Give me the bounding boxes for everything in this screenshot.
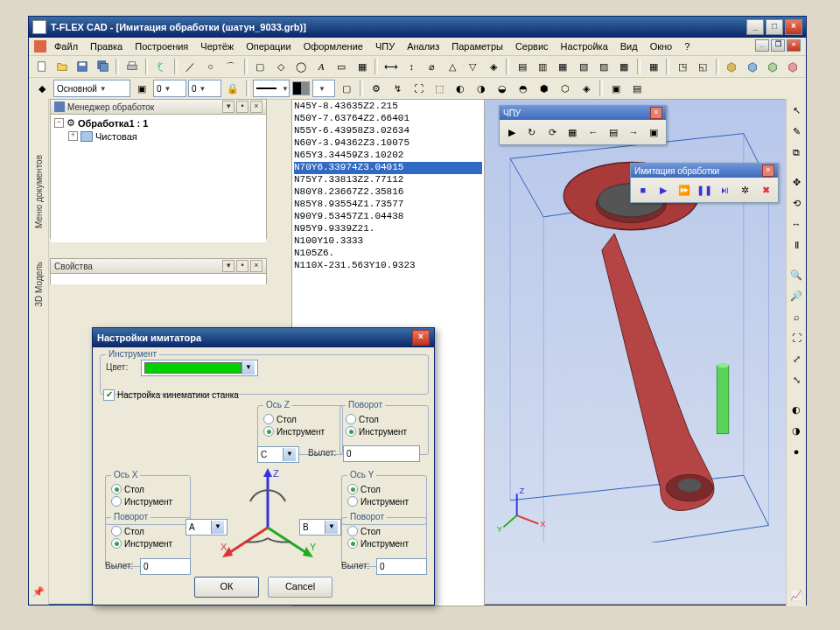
cnc-tool-icon[interactable]: ⬚ [430, 79, 449, 98]
dialog-close-button[interactable]: × [412, 330, 430, 346]
cnc-tool-icon[interactable]: ⬡ [556, 79, 575, 98]
cnc-tool-icon[interactable]: ▣ [606, 79, 626, 98]
nc-line[interactable]: N110X-231.563Y10.9323 [294, 260, 482, 272]
menu-service[interactable]: Сервис [511, 40, 553, 52]
menu-help[interactable]: ? [680, 40, 694, 52]
kinematics-checkbox[interactable]: ✔Настройка кинематики станка [103, 389, 239, 401]
layer-icon[interactable]: ◆ [32, 79, 52, 98]
tool-icon[interactable]: ▧ [574, 57, 592, 76]
cnc-tool-icon[interactable]: ⛶ [409, 79, 428, 98]
pointer-icon[interactable]: ↖ [787, 101, 806, 120]
operations-tree[interactable]: − ⚙ Обработка1 : 1 + Чистовая [51, 115, 266, 242]
tab-3d-model[interactable]: 3D Модель [34, 258, 44, 310]
nc-line[interactable]: N105Z6. [294, 248, 482, 260]
menu-view[interactable]: Вид [616, 40, 642, 52]
text-icon[interactable]: A [312, 57, 331, 76]
pencil-icon[interactable]: ✎ [787, 122, 806, 141]
radio-x-stol[interactable]: Стол [111, 483, 185, 495]
panel-close-icon[interactable]: × [250, 260, 262, 272]
cnc-btn-icon[interactable]: ▣ [645, 122, 663, 142]
layer-props-icon[interactable]: ▣ [132, 79, 151, 98]
nc-line[interactable]: N60Y-3.94362Z3.10075 [294, 137, 482, 150]
zoom-in-icon[interactable]: 🔍 [787, 265, 806, 284]
tree-expander[interactable]: − [54, 118, 64, 128]
tab-documents[interactable]: Меню документов [34, 151, 44, 232]
level-input-2[interactable]: 0▼ [188, 80, 221, 97]
tool-icon[interactable]: Ⅱ [787, 235, 806, 255]
zoom-window-icon[interactable]: ⌕ [787, 307, 806, 326]
minimize-button[interactable]: _ [746, 19, 764, 35]
lineweight-combo[interactable]: ▼ [312, 80, 335, 97]
vylet-y-input[interactable] [376, 558, 427, 575]
pause-icon[interactable]: ❚❚ [695, 180, 713, 200]
render-icon[interactable]: ● [787, 442, 806, 461]
cancel-button[interactable]: Cancel [268, 577, 332, 598]
nc-line[interactable]: N85Y8.93554Z1.73577 [294, 199, 482, 211]
render-icon[interactable]: ◑ [787, 421, 806, 440]
cube-icon[interactable] [763, 57, 781, 76]
tool-icon[interactable]: ▽ [464, 57, 482, 76]
panel-close-icon[interactable]: × [250, 101, 262, 113]
cnc-btn-icon[interactable]: ▦ [564, 122, 582, 142]
nc-line[interactable]: N45Y-8.43635Z2.215 [294, 101, 482, 113]
nc-line[interactable]: N80Y8.23667Z2.35816 [294, 186, 482, 199]
tool-icon[interactable]: ▭ [332, 57, 351, 76]
cnc-float-title[interactable]: ЧПУ× [500, 106, 666, 120]
zoom-icon[interactable]: ⤢ [787, 349, 806, 368]
menu-design[interactable]: Оформление [299, 40, 368, 52]
zoom-fit-icon[interactable]: ⛶ [787, 328, 806, 347]
cnc-btn-icon[interactable]: ▶ [502, 122, 521, 142]
tool-icon[interactable]: ◈ [484, 57, 502, 76]
cnc-tool-icon[interactable]: ▤ [627, 79, 647, 98]
pin-icon[interactable]: 📌 [29, 582, 48, 601]
magnet-icon[interactable]: ⧉ [787, 143, 806, 162]
stop-icon[interactable]: ■ [634, 180, 652, 200]
menu-params[interactable]: Параметры [447, 40, 508, 52]
print-icon[interactable] [122, 57, 141, 76]
mdi-restore-button[interactable]: ❐ [771, 39, 785, 52]
panel-pin-icon[interactable]: • [236, 260, 248, 272]
tool-icon[interactable]: ◯ [291, 57, 310, 76]
tool-icon[interactable]: ⌀ [423, 57, 441, 76]
tool-icon[interactable]: ▢ [337, 79, 356, 98]
maximize-button[interactable]: □ [766, 19, 783, 35]
color-combo[interactable]: ▼ [141, 360, 258, 376]
cnc-btn-icon[interactable]: ▤ [604, 122, 622, 142]
lock-icon[interactable]: 🔒 [223, 79, 242, 98]
tool-icon[interactable]: ▩ [615, 57, 634, 76]
nc-line[interactable]: N90Y9.53457Z1.04438 [294, 211, 482, 223]
radio-rot-instr[interactable]: Инструмент [346, 425, 423, 438]
level-input[interactable]: 0▼ [153, 80, 186, 97]
menu-cnc[interactable]: ЧПУ [371, 40, 399, 52]
tool-icon[interactable]: ▨ [594, 57, 612, 76]
sim-float-title[interactable]: Имитация обработки× [631, 164, 778, 178]
nc-line[interactable]: N75Y7.33813Z2.77112 [294, 174, 482, 186]
cnc-tool-icon[interactable]: ◈ [577, 79, 596, 98]
cnc-tool-icon[interactable]: ⬢ [535, 79, 554, 98]
radio-rotx-instr[interactable]: Инструмент [111, 537, 185, 550]
cnc-tool-icon[interactable]: ◑ [472, 79, 491, 98]
zoom-icon[interactable]: ⤡ [787, 370, 806, 389]
save-all-icon[interactable] [94, 57, 112, 76]
radio-rot-stol[interactable]: Стол [346, 413, 423, 425]
new-icon[interactable] [32, 57, 51, 76]
color-icon[interactable] [291, 79, 311, 98]
menu-analysis[interactable]: Анализ [402, 40, 444, 52]
close-icon[interactable]: × [650, 107, 662, 119]
radio-roty-stol[interactable]: Стол [347, 525, 421, 537]
step-icon[interactable]: ⏯ [716, 180, 734, 200]
menu-window[interactable]: Окно [646, 40, 677, 52]
ffwd-icon[interactable]: ⏩ [675, 180, 693, 200]
menu-build[interactable]: Построения [130, 40, 192, 52]
close-icon[interactable]: × [762, 164, 774, 177]
ok-button[interactable]: ОК [194, 577, 259, 598]
radio-rotx-stol[interactable]: Стол [111, 525, 185, 537]
dim-icon[interactable]: ⟷ [382, 57, 400, 76]
arrow-left-icon[interactable]: ← [584, 122, 602, 142]
tool-icon[interactable]: ✥ [787, 172, 806, 192]
mdi-minimize-button[interactable]: _ [755, 39, 769, 52]
tool-icon[interactable]: ◇ [271, 57, 290, 76]
close-button[interactable]: × [785, 19, 802, 35]
linetype-combo[interactable]: ▼ [253, 80, 290, 97]
save-icon[interactable] [74, 57, 92, 76]
